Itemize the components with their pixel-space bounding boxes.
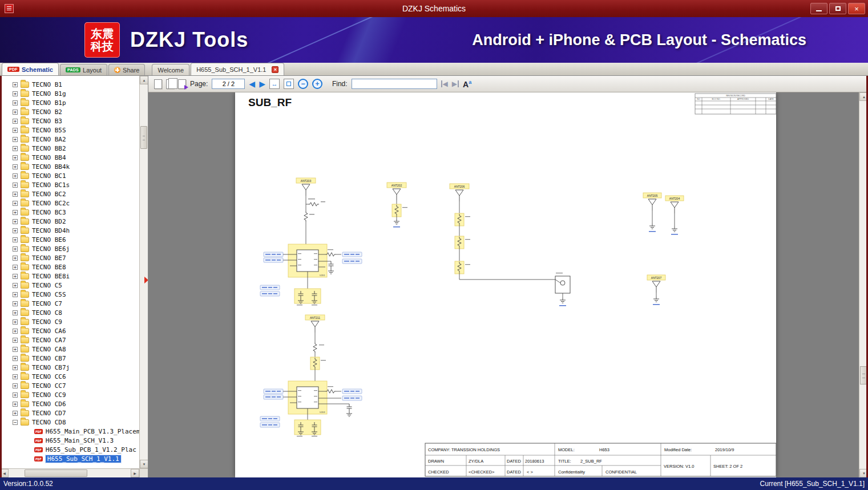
scroll-up-icon[interactable]: ▲ (859, 92, 868, 101)
tree-folder-item[interactable]: +TECNO CB7 (0, 354, 139, 363)
content-vertical-scrollbar[interactable]: ▲ ▼ (859, 92, 868, 477)
tree-folder-item[interactable]: +TECNO BE8 (0, 262, 139, 272)
expand-icon[interactable]: + (13, 246, 18, 252)
tree-folder-item[interactable]: +TECNO BC2 (0, 189, 139, 199)
tree-file-item[interactable]: PDFH655_Main_PCB_V1.3_Placem (0, 427, 139, 436)
expand-icon[interactable]: + (13, 192, 18, 197)
expand-icon[interactable]: + (13, 237, 18, 242)
fit-page-icon[interactable] (284, 79, 294, 89)
expand-icon[interactable]: + (13, 119, 18, 124)
tab-layout[interactable]: PADS Layout (60, 64, 107, 75)
tree-folder-item[interactable]: −TECNO CD8 (0, 418, 139, 427)
tree-file-item[interactable]: PDFH655_Main_SCH_V1.3 (0, 436, 139, 445)
tree-folder-item[interactable]: +TECNO BE6j (0, 244, 139, 253)
tree-file-item[interactable]: PDFH655_Sub_SCH_1_V1.1 (0, 454, 139, 463)
tree-folder-item[interactable]: +TECNO BC2c (0, 199, 139, 208)
scroll-right-icon[interactable]: ▶ (131, 469, 139, 477)
tree-folder-item[interactable]: +TECNO CC6 (0, 372, 139, 381)
fit-width-icon[interactable]: ↔ (269, 79, 280, 89)
expand-icon[interactable]: + (13, 91, 18, 96)
tree-folder-item[interactable]: +TECNO BD4h (0, 226, 139, 235)
sidebar-vertical-scrollbar[interactable]: ▲ ▼ (139, 76, 148, 468)
tree-folder-item[interactable]: +TECNO CC7 (0, 381, 139, 390)
scroll-left-icon[interactable]: ◀ (0, 469, 9, 477)
find-input[interactable] (352, 79, 437, 89)
tree-folder-item[interactable]: +TECNO C8 (0, 308, 139, 317)
tree-folder-item[interactable]: +TECNO CD6 (0, 399, 139, 408)
expand-icon[interactable]: + (13, 310, 18, 315)
expand-icon[interactable]: + (13, 228, 18, 233)
tree-folder-item[interactable]: +TECNO B1p (0, 98, 139, 107)
expand-icon[interactable]: + (13, 219, 18, 224)
expand-icon[interactable]: + (13, 164, 18, 169)
tree-folder-item[interactable]: +TECNO BE6 (0, 235, 139, 244)
tree-folder-item[interactable]: +TECNO BE8i (0, 272, 139, 281)
tree-folder-item[interactable]: +TECNO BC1s (0, 180, 139, 189)
find-next-icon[interactable]: ▶ (452, 80, 459, 87)
expand-icon[interactable]: + (13, 201, 18, 206)
expand-icon[interactable]: + (13, 319, 18, 325)
expand-icon[interactable]: + (13, 356, 18, 361)
expand-icon[interactable]: + (13, 347, 18, 352)
tree-folder-item[interactable]: +TECNO B1 (0, 80, 139, 89)
tree-folder-item[interactable]: +TECNO BC1 (0, 171, 139, 180)
tree-folder-item[interactable]: +TECNO CA6 (0, 326, 139, 335)
scroll-down-icon[interactable]: ▼ (140, 460, 148, 468)
tree-folder-item[interactable]: +TECNO BE7 (0, 253, 139, 262)
expand-icon[interactable]: + (13, 338, 18, 343)
tree-folder-item[interactable]: +TECNO C9 (0, 317, 139, 326)
close-button[interactable]: × (848, 3, 865, 14)
page-input[interactable] (212, 79, 245, 89)
expand-icon[interactable]: + (13, 100, 18, 106)
expand-icon[interactable]: + (13, 82, 18, 87)
expand-icon[interactable]: + (13, 183, 18, 188)
tab-share[interactable]: Share (108, 64, 145, 75)
multi-page-icon[interactable] (166, 79, 174, 89)
expand-icon[interactable]: + (13, 274, 18, 279)
expand-icon[interactable]: + (13, 392, 18, 398)
tree-folder-item[interactable]: +TECNO CA7 (0, 335, 139, 345)
scrollbar-thumb[interactable] (860, 366, 867, 384)
next-page-icon[interactable]: ▶ (259, 80, 265, 88)
tree-folder-item[interactable]: +TECNO C5S (0, 290, 139, 299)
scrollbar-thumb[interactable] (140, 126, 147, 149)
expand-icon[interactable]: + (13, 265, 18, 270)
font-size-icon[interactable]: Aa (463, 80, 471, 88)
single-page-icon[interactable] (154, 79, 162, 89)
tree-file-item[interactable]: PDFH655_Sub_PCB_1_V1.2_Plac (0, 445, 139, 454)
tree-folder-item[interactable]: +TECNO BA2 (0, 135, 139, 144)
tab-document[interactable]: H655_Sub_SCH_1_V1.1 × (191, 63, 284, 75)
tab-welcome[interactable]: Welcome (152, 64, 189, 75)
tree-folder-item[interactable]: +TECNO BB4 (0, 153, 139, 162)
tree-folder-item[interactable]: +TECNO C5 (0, 281, 139, 290)
sidebar-horizontal-scrollbar[interactable]: ◀ ▶ (0, 468, 139, 477)
tree-folder-item[interactable]: +TECNO BC3 (0, 208, 139, 217)
expand-icon[interactable]: + (13, 128, 18, 133)
scroll-up-icon[interactable]: ▲ (140, 76, 148, 84)
tree-folder-item[interactable]: +TECNO BD2 (0, 217, 139, 226)
tree-folder-item[interactable]: +TECNO C7 (0, 299, 139, 308)
expand-icon[interactable]: + (13, 173, 18, 179)
expand-icon[interactable]: + (13, 402, 18, 407)
tree-folder-item[interactable]: +TECNO B1g (0, 89, 139, 98)
zoom-out-icon[interactable]: − (298, 79, 308, 89)
expand-icon[interactable]: + (13, 411, 18, 416)
tree-folder-item[interactable]: +TECNO CD7 (0, 408, 139, 418)
schematic-viewport[interactable]: SUB_RF REVISION RECORD NO (148, 92, 868, 477)
tree-folder-item[interactable]: +TECNO BB2 (0, 144, 139, 153)
tree-folder-item[interactable]: +TECNO B5S (0, 125, 139, 135)
goto-page-icon[interactable] (178, 79, 186, 89)
prev-page-icon[interactable]: ◀ (249, 80, 255, 88)
expand-icon[interactable]: + (13, 283, 18, 288)
expand-icon[interactable]: + (13, 256, 18, 261)
expand-icon[interactable]: + (13, 365, 18, 370)
tree-folder-item[interactable]: +TECNO B2 (0, 107, 139, 116)
expand-icon[interactable]: + (13, 146, 18, 151)
expand-icon[interactable]: + (13, 383, 18, 388)
expand-icon[interactable]: + (13, 155, 18, 160)
expand-icon[interactable]: + (13, 301, 18, 306)
find-prev-icon[interactable]: ◀ (441, 80, 448, 87)
expand-icon[interactable]: + (13, 110, 18, 115)
minimize-button[interactable] (810, 3, 827, 14)
collapse-icon[interactable]: − (13, 420, 18, 425)
